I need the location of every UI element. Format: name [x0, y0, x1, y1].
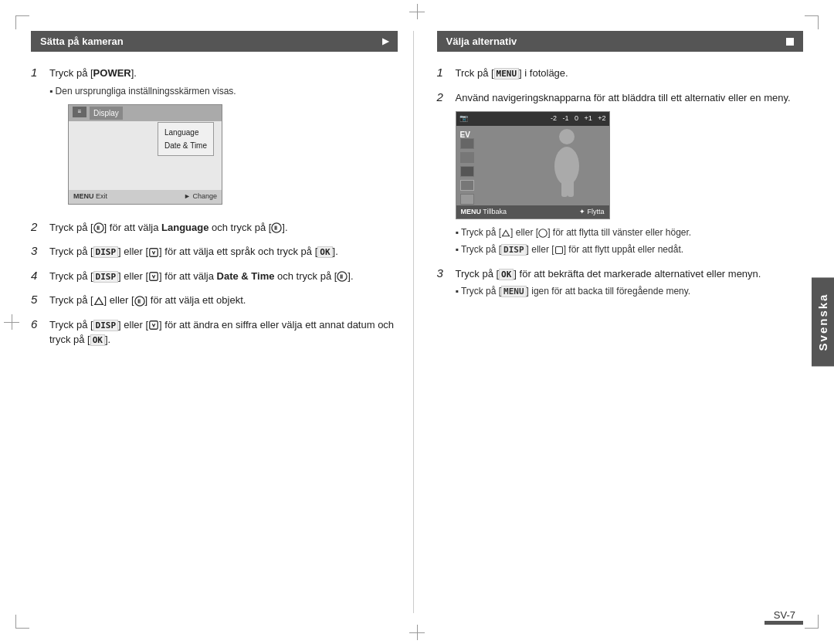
corner-mark-br [805, 615, 819, 629]
step-number-6: 6 [31, 317, 43, 330]
ev-scale-label: -2 -1 0 +1 +2 [551, 114, 606, 124]
ev-move-label: ✦ Flytta [579, 207, 605, 218]
ev-icon: 📷 [459, 114, 468, 124]
step-content-3: Tryck på [DISP] eller [] för att välja e… [49, 244, 398, 259]
step-number-4: 4 [31, 269, 43, 282]
step-r2-sub-1: Tryck på [] eller [] för att flytta till… [456, 225, 804, 239]
svg-marker-5 [94, 297, 103, 304]
menu-item-language: Language [164, 126, 207, 139]
step-r-content-3: Tryck på [OK] för att bekräfta det marke… [456, 266, 804, 299]
person-silhouette [548, 127, 586, 197]
right-section-title: Välja alternativ [446, 36, 517, 47]
left-section-header: Sätta på kameran ▶ [31, 31, 398, 52]
corner-mark-tr [805, 15, 819, 29]
step-r2-sub-2: Tryck på [DISP] eller [] för att flytt u… [456, 242, 804, 257]
ev-icon-5 [460, 194, 474, 205]
left-column: Sätta på kameran ▶ 1 Tryck på [POWER]. D… [31, 31, 414, 613]
ev-screen: 📷 -2 -1 0 +1 +2 EV [456, 111, 610, 219]
svg-marker-12 [503, 230, 510, 236]
step-r-number-3: 3 [437, 266, 449, 280]
svg-rect-2 [150, 248, 158, 256]
svg-rect-3 [150, 273, 158, 281]
step-right-2: 2 Använd navigeringsknapparna för att bl… [437, 90, 804, 257]
svg-point-13 [539, 229, 548, 238]
step-r-content-2: Använd navigeringsknapparna för att bläd… [456, 90, 804, 257]
crosshair-top [409, 4, 425, 19]
ev-top-bar: 📷 -2 -1 0 +1 +2 [456, 112, 609, 126]
camera-menu-items: Language Date & Time [158, 122, 214, 156]
left-section-arrow: ▶ [382, 36, 388, 46]
step-content-1: Tryck på [POWER]. Den ursprungliga instä… [49, 66, 398, 211]
step-number-1: 1 [31, 66, 43, 79]
camera-screen: ≡ Display Language Date & Time MENU Exit… [68, 104, 222, 205]
step-right-3: 3 Tryck på [OK] för att bekräfta det mar… [437, 266, 804, 299]
step-r3-sub-1: Tryck på [MENU] igen för att backa till … [456, 284, 804, 299]
right-column: Välja alternativ 1 Trck på [MENU] i foto… [414, 31, 804, 613]
crosshair-left [4, 314, 19, 330]
step-left-2: 2 Tryck på [] för att välja Language och… [31, 220, 398, 236]
step-left-1: 1 Tryck på [POWER]. Den ursprungliga ins… [31, 66, 398, 211]
svg-rect-10 [561, 180, 568, 197]
camera-menu-bar: ≡ Display [69, 105, 222, 121]
svg-point-9 [554, 147, 579, 185]
menu-change-label: ► Change [184, 192, 217, 202]
svg-rect-7 [150, 321, 158, 330]
page-content: Sätta på kameran ▶ 1 Tryck på [POWER]. D… [31, 31, 803, 613]
ev-bottom-bar: MENU Tillbaka ✦ Flytta [456, 205, 609, 219]
menu-item-datetime: Date & Time [164, 139, 207, 152]
step-r-number-2: 2 [437, 90, 449, 103]
step-number-2: 2 [31, 220, 43, 233]
corner-mark-tl [15, 15, 29, 29]
step-left-5: 5 Tryck på [] eller [] för att välja ett… [31, 293, 398, 308]
camera-display-label: Display [90, 107, 123, 120]
ev-back-label: MENU Tillbaka [461, 207, 507, 218]
corner-mark-bl [15, 615, 29, 629]
right-section-header: Välja alternativ [437, 31, 804, 52]
step-left-3: 3 Tryck på [DISP] eller [] för att välja… [31, 244, 398, 259]
crosshair-bottom [409, 625, 425, 640]
page-number-bar [764, 621, 803, 625]
step-left-6: 6 Tryck på [DISP] eller [] för att ändra… [31, 317, 398, 347]
ev-icon-3 [460, 166, 474, 177]
right-section-square [786, 38, 794, 46]
camera-menu-icon: ≡ [73, 107, 86, 117]
step-content-5: Tryck på [] eller [] för att välja ett o… [49, 293, 398, 308]
step-1-sub: Den ursprungliga inställningsskärmen vis… [49, 84, 398, 98]
ev-icon-1 [460, 138, 474, 149]
menu-exit-label: MENU Exit [73, 192, 107, 202]
columns: Sätta på kameran ▶ 1 Tryck på [POWER]. D… [31, 31, 803, 613]
step-content-2: Tryck på [] för att välja Language och t… [49, 220, 398, 236]
step-r-number-1: 1 [437, 66, 449, 79]
step-content-4: Tryck på [DISP] eller [] för att välja D… [49, 269, 398, 284]
svg-rect-11 [568, 180, 574, 197]
side-tab: Svenska [812, 278, 834, 367]
step-number-3: 3 [31, 244, 43, 257]
step-right-1: 1 Trck på [MENU] i fotoläge. [437, 66, 804, 81]
step-left-4: 4 Tryck på [DISP] eller [] för att välja… [31, 269, 398, 284]
svg-rect-14 [555, 246, 562, 253]
ev-icons-col [460, 138, 474, 205]
step-r-content-1: Trck på [MENU] i fotoläge. [456, 66, 804, 81]
svg-point-8 [559, 129, 575, 144]
camera-menu-bottom: MENU Exit ► Change [69, 190, 222, 204]
ev-icon-4 [460, 180, 474, 191]
step-content-6: Tryck på [DISP] eller [] för att ändra e… [49, 317, 398, 347]
ev-icon-2 [460, 152, 474, 163]
left-section-title: Sätta på kameran [40, 36, 124, 47]
step-number-5: 5 [31, 293, 43, 306]
